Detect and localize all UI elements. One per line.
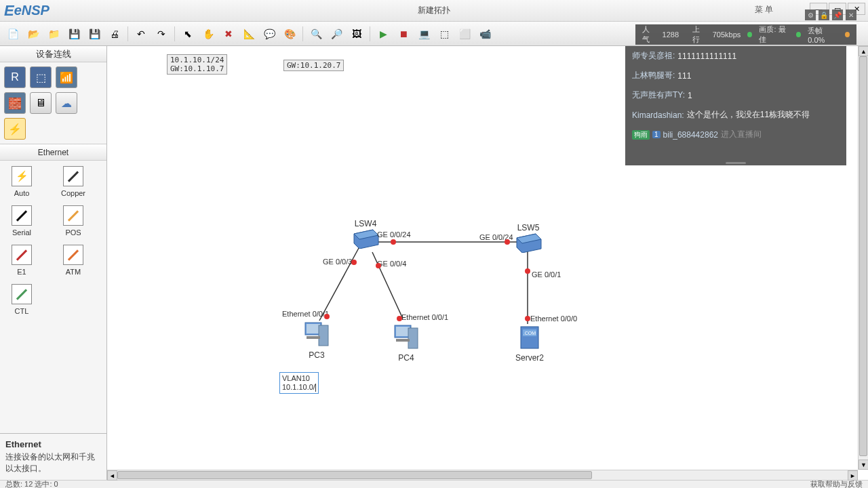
svg-rect-10	[408, 328, 418, 348]
start-icon[interactable]: ▶	[374, 25, 392, 43]
svg-rect-11	[396, 339, 410, 342]
cli-icon[interactable]: 💻	[415, 25, 433, 43]
zoomin-icon[interactable]: 🔍	[307, 25, 325, 43]
link-dot	[525, 316, 530, 321]
device-categories: R ⬚ 📶 🧱 🖥 ☁ ⚡	[0, 62, 106, 144]
overlay-pin-icon[interactable]: 📌	[832, 9, 843, 20]
separator	[370, 26, 370, 41]
firewall-category[interactable]: 🧱	[4, 92, 26, 114]
edit-note[interactable]: VLAN10 10.1.10.0/	[279, 372, 319, 394]
note-2[interactable]: GW:10.1.20.7	[283, 60, 344, 71]
ruler-icon[interactable]: 📐	[240, 25, 258, 43]
svg-rect-5	[307, 324, 320, 333]
pc-pc4[interactable]: PC4	[392, 323, 420, 363]
pointer-icon[interactable]: ⬉	[179, 25, 197, 43]
new-icon[interactable]: 📄	[4, 25, 22, 43]
port-label: Ethernet 0/0/1	[401, 313, 448, 321]
switch-icon	[514, 232, 542, 253]
topology-canvas[interactable]: 10.1.10.1/24 GW:10.1.10.7 GW:10.1.20.7 L…	[107, 46, 858, 470]
pc-icon	[302, 320, 331, 348]
switch-icon	[351, 228, 380, 249]
wlan-category[interactable]: 📶	[56, 66, 77, 88]
window-icon[interactable]: ⬜	[456, 25, 473, 43]
link-dot	[351, 260, 357, 265]
device-panel: 设备连线 R ⬚ 📶 🧱 🖥 ☁ ⚡ Ethernet ⚡Auto Copper…	[0, 46, 107, 480]
statusbar: 总数: 12 选中: 0 获取帮助与反馈	[0, 480, 868, 488]
link-dot	[376, 263, 381, 268]
connection-category[interactable]: ⚡	[4, 118, 26, 140]
status-help[interactable]: 获取帮助与反馈	[810, 480, 863, 488]
saveas-icon[interactable]: 💾	[85, 25, 103, 43]
record-icon[interactable]: 📹	[476, 25, 494, 43]
pan-icon[interactable]: ✋	[199, 25, 217, 43]
port-label: GE 0/0/4	[377, 260, 406, 268]
note-1[interactable]: 10.1.10.1/24 GW:10.1.10.7	[167, 54, 227, 75]
terminal-category[interactable]: 🖥	[30, 92, 52, 114]
separator	[127, 26, 128, 41]
link-dot	[324, 314, 330, 319]
overlay-resize-handle[interactable]	[726, 162, 746, 164]
copper-connection[interactable]: Copper	[57, 166, 90, 197]
overlay-close-icon[interactable]: ✕	[846, 9, 856, 20]
save-icon[interactable]: 💾	[65, 25, 83, 43]
port-label: GE 0/0/1	[532, 270, 561, 279]
open-icon[interactable]: 📂	[24, 25, 42, 43]
serial-connection[interactable]: Serial	[5, 205, 38, 237]
zoomout-icon[interactable]: 🔎	[328, 25, 345, 43]
desc-title: Ethernet	[5, 439, 101, 449]
switch-lsw5[interactable]: LSW5	[514, 221, 542, 253]
port-label: Ethernet 0/0/0	[530, 314, 577, 323]
note-icon[interactable]: 💬	[260, 25, 278, 43]
fit-icon[interactable]: 🖼	[348, 25, 366, 43]
ctl-connection[interactable]: CTL	[5, 284, 38, 315]
separator	[174, 26, 175, 41]
cloud-category[interactable]: ☁	[56, 92, 77, 114]
port-label: GE 0/0/24	[377, 230, 411, 239]
rec-indicator-icon	[845, 32, 850, 37]
device-list: ⚡Auto Copper Serial POS E1 ATM CTL	[0, 161, 106, 433]
status-count: 总数: 12 选中: 0	[5, 480, 58, 488]
vertical-scrollbar[interactable]: ▲ ▼	[858, 46, 868, 470]
palette-icon[interactable]: 🎨	[281, 25, 298, 43]
description-box: Ethernet 连接设备的以太网和千兆以太接口。	[0, 433, 106, 480]
stop-icon[interactable]: ⏹	[395, 25, 412, 43]
scroll-down-icon[interactable]: ▼	[859, 460, 868, 470]
overlay-settings-icon[interactable]: ⚙	[805, 9, 816, 20]
pos-connection[interactable]: POS	[57, 205, 90, 237]
scroll-thumb[interactable]	[117, 471, 592, 479]
panel-header: 设备连线	[0, 46, 106, 62]
svg-rect-7	[307, 336, 320, 339]
scroll-thumb[interactable]	[859, 56, 867, 456]
e1-connection[interactable]: E1	[5, 245, 38, 276]
switch-lsw4[interactable]: LSW4	[351, 217, 380, 249]
popularity-label: 人气	[642, 24, 656, 45]
svg-text:.COM: .COM	[524, 331, 536, 336]
router-category[interactable]: R	[4, 66, 26, 88]
auto-connection[interactable]: ⚡Auto	[5, 166, 38, 197]
link-dot	[525, 268, 530, 274]
switch-category[interactable]: ⬚	[30, 66, 52, 88]
pc-icon	[392, 323, 420, 351]
separator	[302, 26, 303, 41]
horizontal-scrollbar[interactable]: ◄ ►	[107, 470, 858, 480]
menu-button[interactable]: 菜 单	[755, 4, 773, 16]
scroll-left-icon[interactable]: ◄	[107, 470, 117, 481]
stream-overlay[interactable]: 师专吴彦祖: 1111111111111 上林鸭腿哥: 111 无声胜有声TY:…	[625, 46, 846, 165]
link-dot	[397, 316, 402, 321]
chat-line: Kimardashian: 这个是什么，我没在11栋我晓不得	[625, 105, 846, 125]
undo-icon[interactable]: ↶	[132, 25, 150, 43]
pc-pc3[interactable]: PC3	[302, 320, 331, 360]
redo-icon[interactable]: ↷	[153, 25, 170, 43]
delete-icon[interactable]: ✖	[220, 25, 237, 43]
overlay-lock-icon[interactable]: 🔒	[818, 9, 829, 20]
atm-connection[interactable]: ATM	[57, 245, 90, 276]
section-label: Ethernet	[0, 144, 106, 161]
scroll-right-icon[interactable]: ►	[848, 470, 858, 481]
link-dot	[391, 239, 396, 245]
scroll-up-icon[interactable]: ▲	[859, 46, 868, 56]
desc-body: 连接设备的以太网和千兆以太接口。	[5, 451, 101, 474]
server-server2[interactable]: .COM Server2	[515, 324, 544, 363]
print-icon[interactable]: 🖨	[106, 25, 123, 43]
capture-icon[interactable]: ⬚	[435, 25, 453, 43]
folder-icon[interactable]: 📁	[45, 25, 62, 43]
